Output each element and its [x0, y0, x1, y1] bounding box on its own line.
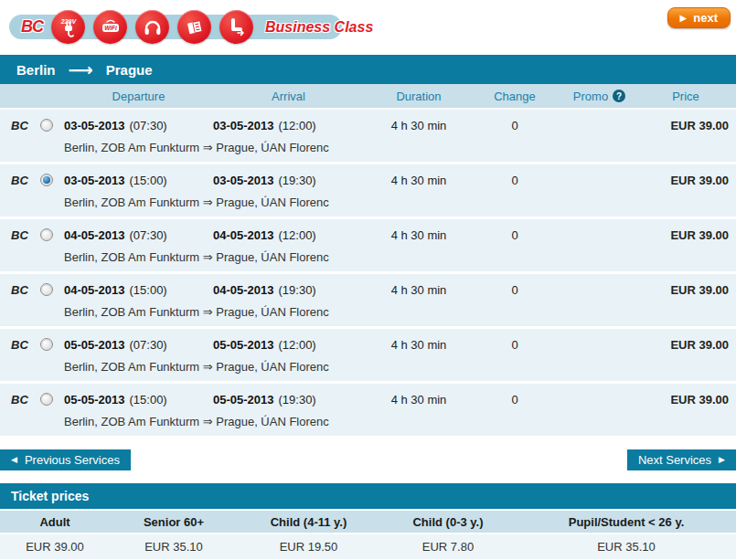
business-class-label: Business Class	[265, 19, 373, 36]
duration-cell: 4 h 30 min	[364, 387, 474, 411]
route-stops: Berlin, ZOB Am Funkturm ⇒ Prague, ÚAN Fl…	[64, 137, 729, 158]
departure-time: (07:30)	[130, 338, 167, 352]
arrival-date: 04-05-2013	[213, 228, 274, 242]
magazine-icon	[177, 10, 211, 44]
next-button[interactable]: ▶ next	[667, 7, 731, 28]
departure-time: (15:00)	[130, 393, 167, 407]
column-promo: Promo	[573, 90, 608, 103]
arrival-time: (12:00)	[279, 338, 316, 352]
column-departure: Departure	[64, 90, 213, 103]
change-cell: 0	[474, 113, 556, 137]
arrival-cell: 05-05-2013 (19:30)	[213, 387, 364, 411]
ticket-prices-title: Ticket prices	[0, 483, 736, 509]
row-bc-badge: BC	[0, 168, 40, 192]
departure-date: 04-05-2013	[64, 228, 125, 242]
svg-text:WiFi: WiFi	[104, 24, 117, 30]
arrival-cell: 04-05-2013 (12:00)	[213, 223, 364, 247]
power-socket-icon: 220V	[51, 10, 85, 44]
duration-cell: 4 h 30 min	[364, 168, 474, 192]
departure-cell: 04-05-2013 (15:00)	[64, 278, 213, 301]
next-arrow-icon: ▶	[719, 456, 725, 464]
bc-badge: BC	[21, 17, 43, 37]
service-row: BC 05-05-2013 (07:30) 05-05-2013 (12:00)…	[0, 329, 736, 384]
departure-date: 05-05-2013	[64, 393, 125, 407]
price-cell: EUR 39.00	[643, 223, 729, 247]
promo-cell	[556, 168, 643, 192]
results-column-headers: Departure Arrival Duration Change Promo …	[0, 84, 736, 110]
arrival-time: (19:30)	[279, 393, 316, 407]
route-stops: Berlin, ZOB Am Funkturm ⇒ Prague, ÚAN Fl…	[64, 411, 729, 432]
next-services-button[interactable]: Next Services ▶	[627, 449, 736, 470]
wifi-icon: WiFi	[93, 10, 127, 44]
top-bar: BC 220V WiFi	[0, 0, 736, 55]
price-cell: EUR 39.00	[643, 387, 729, 411]
results-table: BC 03-05-2013 (07:30) 03-05-2013 (12:00)…	[0, 110, 736, 438]
route-header: Berlin ⟶ Prague	[0, 55, 736, 84]
departure-time: (15:00)	[130, 174, 167, 187]
column-change: Change	[474, 90, 556, 103]
departure-time: (07:30)	[130, 228, 167, 242]
change-cell: 0	[474, 387, 556, 411]
ticket-prices-values: EUR 39.00 EUR 35.10 EUR 19.50 EUR 7.80 E…	[0, 534, 736, 559]
arrival-date: 05-05-2013	[213, 338, 274, 352]
arrival-cell: 05-05-2013 (12:00)	[213, 333, 364, 356]
price-cell: EUR 39.00	[643, 278, 729, 301]
radio-button[interactable]	[40, 393, 53, 406]
radio-button[interactable]	[40, 283, 53, 296]
departure-cell: 05-05-2013 (15:00)	[64, 387, 213, 411]
service-row: BC 04-05-2013 (07:30) 04-05-2013 (12:00)…	[0, 219, 736, 274]
route-stops: Berlin, ZOB Am Funkturm ⇒ Prague, ÚAN Fl…	[64, 356, 729, 377]
promo-cell	[556, 113, 643, 137]
departure-cell: 03-05-2013 (07:30)	[64, 113, 213, 137]
row-bc-badge: BC	[0, 278, 40, 301]
fare-student-price: EUR 35.10	[517, 540, 736, 554]
change-cell: 0	[474, 278, 556, 301]
departure-date: 05-05-2013	[64, 338, 125, 352]
service-row: BC 04-05-2013 (15:00) 04-05-2013 (19:30)…	[0, 274, 736, 329]
next-services-label: Next Services	[638, 453, 711, 467]
departure-date: 03-05-2013	[64, 174, 125, 187]
departure-cell: 04-05-2013 (07:30)	[64, 223, 213, 247]
row-bc-badge: BC	[0, 223, 40, 247]
next-arrow-icon: ▶	[680, 14, 688, 23]
price-cell: EUR 39.00	[643, 168, 729, 192]
booking-page: BC 220V WiFi	[0, 0, 736, 560]
promo-cell	[556, 387, 643, 411]
fare-adult-header: Adult	[0, 515, 110, 529]
row-bc-badge: BC	[0, 113, 40, 137]
pagination: ◀ Previous Services Next Services ▶	[0, 449, 736, 470]
ticket-prices-section: Ticket prices Adult Senior 60+ Child (4-…	[0, 483, 736, 559]
service-row: BC 03-05-2013 (07:30) 03-05-2013 (12:00)…	[0, 110, 736, 164]
promo-cell	[556, 333, 643, 356]
previous-arrow-icon: ◀	[11, 456, 17, 464]
radio-button[interactable]	[40, 174, 53, 186]
radio-button[interactable]	[40, 119, 53, 132]
duration-cell: 4 h 30 min	[364, 278, 474, 301]
route-to: Prague	[106, 62, 153, 78]
fare-senior-header: Senior 60+	[110, 515, 238, 529]
column-arrival: Arrival	[213, 90, 364, 103]
arrival-date: 03-05-2013	[213, 119, 274, 132]
row-bc-badge: BC	[0, 387, 40, 411]
route-stops: Berlin, ZOB Am Funkturm ⇒ Prague, ÚAN Fl…	[64, 301, 729, 322]
arrival-cell: 03-05-2013 (19:30)	[213, 168, 364, 192]
business-class-banner: BC 220V WiFi	[9, 15, 342, 39]
duration-cell: 4 h 30 min	[364, 223, 474, 247]
column-price: Price	[643, 90, 729, 103]
fare-student-header: Pupil/Student < 26 y.	[517, 515, 736, 529]
reclining-seat-icon	[219, 10, 253, 44]
promo-cell	[556, 223, 643, 247]
departure-date: 03-05-2013	[64, 119, 125, 132]
promo-help-icon[interactable]: ?	[613, 90, 625, 102]
previous-services-button[interactable]: ◀ Previous Services	[0, 449, 131, 470]
change-cell: 0	[474, 168, 556, 192]
radio-button[interactable]	[40, 338, 53, 351]
arrival-date: 04-05-2013	[213, 283, 274, 297]
arrival-time: (12:00)	[279, 119, 316, 132]
radio-button[interactable]	[40, 228, 53, 241]
arrival-time: (19:30)	[279, 174, 316, 187]
change-cell: 0	[474, 223, 556, 247]
departure-cell: 03-05-2013 (15:00)	[64, 168, 213, 192]
column-duration: Duration	[364, 90, 474, 103]
price-cell: EUR 39.00	[643, 333, 729, 356]
